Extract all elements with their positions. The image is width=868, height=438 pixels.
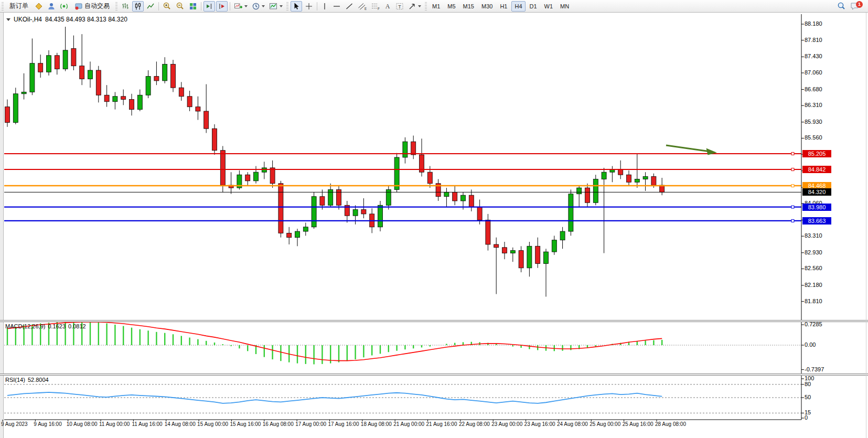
candle [544,252,549,263]
price-line-label-84.842[interactable]: 84.842 [802,166,831,173]
timeframe-D1[interactable]: D1 [527,1,540,12]
auto-trading-button[interactable]: 自动交易 [71,1,113,12]
auto-scroll-button[interactable] [203,1,215,12]
time-tick-label: 16 Aug 08:00 [263,421,294,427]
new-order-button[interactable]: 新订单 [6,1,32,12]
trendline-tool-button[interactable] [344,1,355,12]
time-tick-label: 23 Aug 00:00 [491,421,522,427]
toolbar-grip[interactable] [115,2,117,10]
equidistant-channel-icon: E [358,2,367,10]
vertical-line-tool-button[interactable] [319,1,330,12]
toolbar-grip[interactable] [286,2,288,10]
new-chart-button[interactable] [232,1,249,12]
timeframe-H4[interactable]: H4 [511,1,525,12]
text-a-icon: A [384,2,391,10]
line-chart-icon [146,2,155,10]
horizontal-line-tool-button[interactable] [331,1,342,12]
candle [47,56,51,72]
collapse-chart-icon[interactable] [6,18,10,21]
dropdown-caret [280,5,283,7]
market-depth-button[interactable] [33,1,45,12]
chart-window: UKOil-,H4 84.435 84.493 84.313 84.320 MA… [0,13,868,438]
window-right-edge [866,13,866,438]
shapes-tool-button[interactable] [406,1,423,12]
chart-shift-button[interactable] [216,1,228,12]
zoom-in-icon [163,2,172,10]
candle [22,92,26,93]
zoom-in-button[interactable] [161,1,173,12]
candle [469,195,474,207]
bar-chart-mode-button[interactable] [120,1,131,12]
tile-windows-button[interactable] [187,1,199,12]
timeframe-M30[interactable]: M30 [478,1,496,12]
svg-text:F: F [378,6,380,10]
notifications-button[interactable]: 1 [849,1,861,12]
label-tool-button[interactable]: T [394,1,405,12]
macd-tick-label: 0.00 [805,341,816,348]
macd-main-value: 0.1623 [48,323,66,329]
templates-button[interactable] [267,1,284,12]
panel-splitter[interactable] [0,320,868,322]
line-chart-mode-button[interactable] [145,1,156,12]
new-order-label: 新订单 [9,2,28,10]
community-button[interactable] [46,1,57,12]
timeframe-M5[interactable]: M5 [444,1,458,12]
cursor-arrow-icon [292,2,301,10]
price-line-label-83.663[interactable]: 83.663 [802,217,831,225]
candle [486,220,490,244]
line-handle [791,206,794,208]
toolbar-grip[interactable] [2,2,4,10]
channel-tool-button[interactable]: E [356,1,368,12]
timeframe-group: M1M5M15M30H1H4D1W1MN [428,1,573,12]
candle [278,184,283,233]
timeframe-M1[interactable]: M1 [429,1,443,12]
price-tick-label: 82.180 [805,282,822,288]
candle [353,210,358,216]
candle [444,192,449,196]
candlestick-mode-button[interactable] [132,1,144,12]
candle [295,231,300,238]
macd-name: MACD(12,26,9) [5,323,45,329]
svg-text:A: A [385,3,390,10]
cursor-tool-button[interactable] [291,1,302,12]
rsi-name: RSI(14) [5,377,25,383]
timeframe-H1[interactable]: H1 [497,1,510,12]
line-handle [791,185,794,187]
clock-icon [252,2,260,10]
signals-button[interactable] [58,1,70,12]
price-line-label-83.980[interactable]: 83.980 [802,204,831,211]
time-tick-label: 11 Aug 00:00 [99,421,130,427]
fibonacci-tool-button[interactable]: F [369,1,381,12]
mt4-application-window: 新订单 自动交易 [0,0,868,438]
time-tick-label: 24 Aug 08:00 [557,421,588,427]
time-tick-label: 18 Aug 08:00 [361,421,392,427]
toolbar-grip[interactable] [425,2,427,10]
svg-text:T: T [398,4,401,9]
candle [187,97,192,107]
template-icon [269,2,278,10]
candle [361,210,366,214]
text-label-icon: T [395,2,404,10]
candle [411,142,416,155]
toolbar-right-group: 1 [835,1,868,12]
zoom-out-button[interactable] [174,1,186,12]
price-line-label-85.205[interactable]: 85.205 [802,150,831,157]
crosshair-tool-button[interactable] [303,1,315,12]
time-tick-label: 9 Aug 2023 [1,421,28,427]
search-button[interactable] [835,1,848,12]
timeframe-W1[interactable]: W1 [541,1,556,12]
candle [287,233,292,237]
price-tick-label: 85.930 [805,119,822,125]
price-tick-label: 87.430 [805,53,822,59]
person-icon [47,2,56,10]
horizontal-lines-layer[interactable] [4,152,801,222]
timeframe-MN[interactable]: MN [557,1,572,12]
candle [113,97,117,102]
svg-text:E: E [365,6,367,10]
periods-button[interactable] [250,1,266,12]
candle [30,63,35,92]
panel-splitter[interactable] [0,373,868,376]
text-tool-button[interactable]: A [382,1,393,12]
timeframe-M15[interactable]: M15 [460,1,477,12]
price-line-label-84.320[interactable]: 84.320 [802,188,831,196]
